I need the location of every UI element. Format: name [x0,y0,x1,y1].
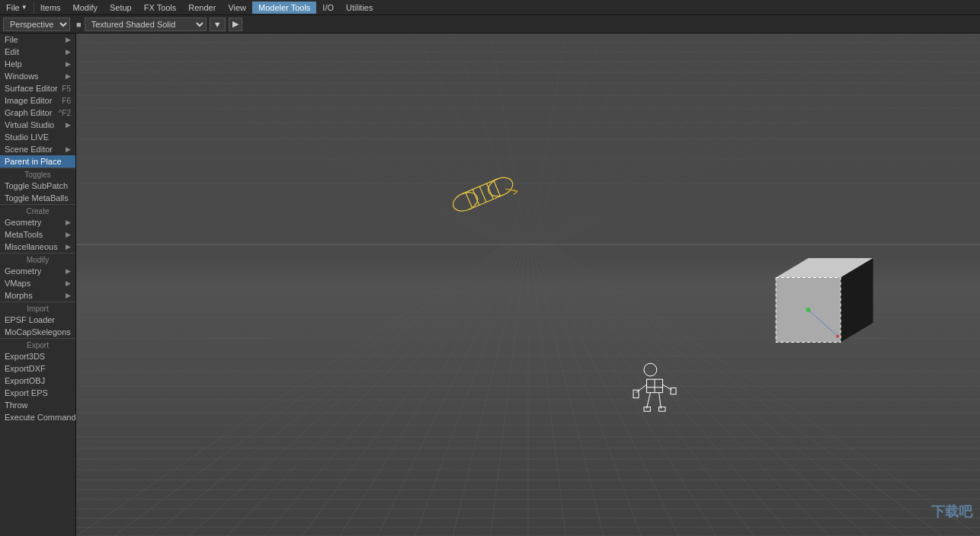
surface-editor-item[interactable]: Surface EditorF5 [0,82,75,94]
graph-editor-item[interactable]: Graph Editor^F2 [0,107,75,119]
sidebar-item-label: Image Editor [5,96,52,105]
sidebar-section-toggles: Toggles [0,168,75,180]
sidebar-item-arrow: ▶ [66,231,71,238]
sidebar-section-modify: Modify [0,253,75,265]
watermark: 下载吧 [931,502,972,521]
image-editor-item[interactable]: Image EditorF6 [0,94,75,107]
miscellaneous-item[interactable]: Miscellaneous▶ [0,241,75,253]
sidebar-item-label: Virtual Studio [5,120,54,129]
sidebar-item-label: Windows [5,72,39,81]
render-menu-label: Render [188,3,216,12]
perspective-select[interactable]: Perspective [3,18,70,31]
sidebar-item-arrow: ▶ [66,219,71,226]
modify-menu-item[interactable]: Modify [67,2,104,14]
sidebar-item-label: Edit [5,47,19,56]
setup-menu-item[interactable]: Setup [104,2,138,14]
render-menu-item[interactable]: Render [182,2,222,14]
throw-item[interactable]: Throw [0,399,75,411]
shading-icon: ■ [76,20,82,29]
export3ds-item[interactable]: Export3DS [0,350,75,362]
sidebar-item-label: Graph Editor [5,108,52,117]
sidebar-item-label: ExportOBJ [5,376,45,385]
sidebar-item-arrow: ▶ [66,145,71,153]
view-menu-item[interactable]: View [222,2,252,14]
studio-live-item[interactable]: Studio LIVE [0,131,75,143]
sidebar-item-label: Studio LIVE [5,132,49,142]
sidebar-item-label: File [5,35,18,44]
sidebar-item-arrow: ▶ [66,267,71,275]
help-item[interactable]: Help▶ [0,58,75,70]
sidebar-item-label: Geometry [5,218,41,227]
sidebar-item-label: VMaps [5,279,30,288]
edit-item[interactable]: Edit▶ [0,46,75,58]
io-menu-label: I/O [322,3,334,12]
virtual-studio-item[interactable]: Virtual Studio▶ [0,119,75,131]
sidebar-item-arrow: ▶ [66,36,71,43]
sidebar-item-label: EPSF Loader [5,315,55,324]
fx-tools-menu-label: FX Tools [144,3,177,12]
exportobj-item[interactable]: ExportOBJ [0,375,75,387]
exportdxf-item[interactable]: ExportDXF [0,362,75,375]
sidebar-section-create: Create [0,204,75,216]
metatools-item[interactable]: MetaTools▶ [0,228,75,241]
modeler-tools-menu-label: Modeler Tools [258,3,310,12]
windows-item[interactable]: Windows▶ [0,70,75,82]
sidebar-item-label: Morphs [5,291,33,300]
sidebar-item-label: Execute Command [5,413,76,422]
sidebar-item-label: Geometry [5,266,41,276]
view-menu-label: View [228,3,246,12]
extra-btn[interactable]: ▶ [229,18,242,31]
items-menu-label: Items [40,3,61,12]
file-item[interactable]: File▶ [0,34,75,46]
epsf-loader-item[interactable]: EPSF Loader [0,314,75,326]
sidebar-item-arrow: ▶ [66,60,71,68]
fx-tools-menu-item[interactable]: FX Tools [138,2,183,14]
modify-geometry-item[interactable]: Geometry▶ [0,265,75,277]
shading-select[interactable]: Textured Shaded Solid [85,18,207,31]
modify-menu-label: Modify [73,3,98,12]
file-menu-item[interactable]: File ▼ [0,2,34,14]
export-eps-item[interactable]: Export EPS [0,387,75,399]
sidebar-item-label: Miscellaneous [5,242,58,251]
sidebar-item-label: Toggle MetaBalls [5,193,69,203]
sidebar-item-label: MetaTools [5,230,43,239]
vmaps-item[interactable]: VMaps▶ [0,277,75,289]
sidebar-item-label: MoCapSkelegons [5,327,71,337]
io-menu-item[interactable]: I/O [316,2,340,14]
execute-command-item[interactable]: Execute Command [0,411,75,423]
toolbar-row: Perspective ■ Textured Shaded Solid ▼ ▶ [0,15,980,34]
toggle-metaballs-item[interactable]: Toggle MetaBalls [0,192,75,204]
sidebar-item-arrow: ▶ [66,121,71,129]
sidebar-item-arrow: ▶ [66,48,71,56]
dropdown-btn[interactable]: ▼ [210,18,226,31]
scene-editor-item[interactable]: Scene Editor▶ [0,143,75,155]
sidebar-item-arrow: ▶ [66,292,71,299]
viewport[interactable]: 下载吧 [76,34,980,536]
file-menu-label: File [6,3,20,12]
mocapskelegons-item[interactable]: MoCapSkelegons [0,326,75,338]
parent-in-place-item[interactable]: Parent in Place [0,155,75,168]
main-layout: File▶Edit▶Help▶Windows▶Surface EditorF5I… [0,34,980,536]
sidebar-item-label: Toggle SubPatch [5,181,68,190]
sidebar-item-arrow: ▶ [66,279,71,287]
sidebar-item-shortcut: ^F2 [59,109,71,117]
morphs-item[interactable]: Morphs▶ [0,289,75,302]
utilities-menu-item[interactable]: Utilities [340,2,379,14]
sidebar-item-label: Export3DS [5,352,45,361]
sidebar-item-label: Scene Editor [5,145,53,154]
sidebar-item-arrow: ▶ [66,243,71,250]
sidebar-item-shortcut: F6 [62,97,71,105]
modeler-tools-menu-item[interactable]: Modeler Tools [252,2,316,14]
sidebar-item-label: ExportDXF [5,364,46,373]
grid-canvas [76,34,980,536]
sidebar-item-shortcut: F5 [62,85,71,93]
sidebar-item-label: Help [5,59,22,69]
sidebar-item-arrow: ▶ [66,72,71,80]
create-geometry-item[interactable]: Geometry▶ [0,216,75,228]
items-menu-item[interactable]: Items [34,2,67,14]
setup-menu-label: Setup [110,3,132,12]
top-menubar: File ▼ Items Modify Setup FX Tools Rende… [0,0,980,15]
toggle-subpatch-item[interactable]: Toggle SubPatch [0,180,75,192]
sidebar-item-label: Surface Editor [5,84,58,93]
sidebar-item-label: Parent in Place [5,157,62,166]
